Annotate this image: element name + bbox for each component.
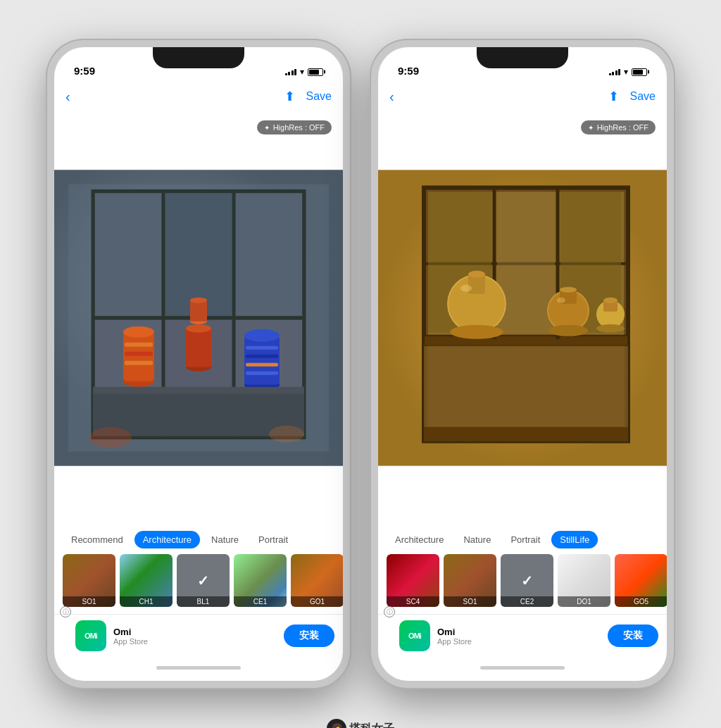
bottom-panel-right: Architecture Nature Portrait StillLife S… bbox=[378, 524, 667, 681]
sparkle-icon: ✦ bbox=[264, 124, 270, 132]
tab-portrait[interactable]: Portrait bbox=[250, 531, 296, 548]
style-thumbnails-right: SC4 SO1 CE2 DO1 bbox=[378, 554, 667, 614]
volume-down-button[interactable] bbox=[47, 163, 48, 188]
thumb-ce2[interactable]: CE2 bbox=[501, 554, 553, 607]
phone-left: 9:59 ▾ ‹ ⬆ bbox=[47, 40, 350, 688]
highres-text: HighRes : OFF bbox=[273, 123, 325, 132]
tab-portrait-r[interactable]: Portrait bbox=[502, 531, 548, 548]
svg-point-59 bbox=[548, 325, 588, 337]
back-button-right[interactable]: ‹ bbox=[389, 89, 410, 105]
battery-icon-r bbox=[632, 68, 647, 76]
svg-rect-29 bbox=[246, 346, 278, 350]
status-icons-left: ▾ bbox=[285, 67, 324, 77]
thumb-ch1[interactable]: CH1 bbox=[120, 554, 173, 607]
status-time-left: 9:59 bbox=[74, 65, 95, 77]
thumb-so1[interactable]: SO1 bbox=[63, 554, 115, 607]
svg-rect-48 bbox=[497, 192, 555, 333]
svg-point-35 bbox=[89, 427, 132, 448]
thumb-bl1[interactable]: BL1 bbox=[177, 554, 230, 607]
svg-rect-8 bbox=[95, 194, 161, 316]
thumb-label-go5: GO5 bbox=[615, 596, 667, 607]
volume-up-button-r[interactable] bbox=[371, 132, 372, 156]
thumb-do1[interactable]: DO1 bbox=[558, 554, 610, 607]
tab-nature[interactable]: Nature bbox=[203, 531, 247, 548]
svg-rect-27 bbox=[244, 336, 280, 385]
tab-recommend[interactable]: Recommend bbox=[63, 531, 132, 548]
thumb-label-sc4: SC4 bbox=[387, 596, 439, 607]
ad-icon-left: OMi bbox=[75, 620, 106, 651]
ad-banner-left: ⓘ OMi Omi App Store 安装 bbox=[54, 614, 343, 657]
nav-bar-right: ‹ ⬆ Save bbox=[378, 81, 667, 112]
svg-rect-42 bbox=[424, 336, 628, 346]
save-button-left[interactable]: Save bbox=[306, 90, 332, 103]
ad-text-left: Omi App Store bbox=[113, 627, 277, 646]
ad-subtitle-right: App Store bbox=[437, 637, 601, 646]
compare-btn-single-r[interactable] bbox=[625, 503, 639, 517]
ad-install-button-left[interactable]: 安装 bbox=[284, 625, 334, 647]
svg-rect-64 bbox=[424, 346, 628, 441]
ad-title-left: Omi bbox=[113, 627, 277, 637]
volume-up-button[interactable] bbox=[47, 132, 48, 156]
thumb-label-so1: SO1 bbox=[63, 596, 115, 607]
tab-architecture[interactable]: Architecture bbox=[134, 531, 200, 548]
volume-down-button-r[interactable] bbox=[371, 163, 372, 188]
svg-rect-31 bbox=[246, 363, 278, 367]
svg-point-25 bbox=[190, 298, 207, 303]
svg-rect-9 bbox=[165, 194, 232, 316]
thumb-label-go1: GO1 bbox=[291, 596, 343, 607]
highres-badge-left[interactable]: ✦ HighRes : OFF bbox=[257, 120, 332, 134]
save-button-right[interactable]: Save bbox=[630, 90, 656, 103]
tab-architecture-r[interactable]: Architecture bbox=[387, 531, 452, 548]
sparkle-icon-r: ✦ bbox=[588, 124, 594, 132]
thumb-so1-r[interactable]: SO1 bbox=[444, 554, 496, 607]
power-button[interactable] bbox=[349, 188, 350, 241]
thumb-label-so1-r: SO1 bbox=[444, 596, 496, 607]
phone-frame-left: 9:59 ▾ ‹ ⬆ bbox=[47, 40, 350, 688]
svg-point-53 bbox=[468, 271, 485, 278]
image-area-left: ✦ HighRes : OFF ai-art.tokyo bbox=[54, 112, 343, 524]
phone-screen-left: 9:59 ▾ ‹ ⬆ bbox=[54, 47, 343, 681]
thumb-go1[interactable]: GO1 bbox=[291, 554, 343, 607]
tab-stilllife[interactable]: StillLife bbox=[551, 531, 598, 548]
ad-title-right: Omi bbox=[437, 627, 601, 637]
phone-screen-right: 9:59 ▾ ‹ ⬆ bbox=[378, 47, 667, 681]
ad-info-icon[interactable]: ⓘ bbox=[60, 606, 71, 617]
nav-right-left: ⬆ Save bbox=[284, 89, 332, 104]
tab-nature-r[interactable]: Nature bbox=[455, 531, 499, 548]
thumb-go5[interactable]: GO5 bbox=[615, 554, 667, 607]
style-tabs-right: Architecture Nature Portrait StillLife bbox=[378, 524, 667, 554]
highres-badge-right[interactable]: ✦ HighRes : OFF bbox=[581, 120, 656, 134]
silent-switch[interactable] bbox=[47, 195, 48, 241]
wifi-icon-r: ▾ bbox=[624, 67, 628, 77]
svg-rect-18 bbox=[125, 352, 153, 356]
watermark: 👩 塔科女子 bbox=[327, 719, 394, 728]
svg-rect-30 bbox=[246, 355, 278, 358]
power-button-r[interactable] bbox=[673, 188, 674, 241]
compare-btn-single[interactable] bbox=[301, 503, 315, 517]
wifi-icon: ▾ bbox=[300, 67, 304, 77]
svg-rect-24 bbox=[190, 301, 207, 322]
svg-rect-19 bbox=[125, 361, 153, 365]
ad-install-button-right[interactable]: 安装 bbox=[608, 625, 658, 647]
back-button-left[interactable]: ‹ bbox=[65, 89, 87, 105]
silent-switch-r[interactable] bbox=[371, 195, 372, 241]
thumb-ce1[interactable]: CE1 bbox=[234, 554, 287, 607]
battery-icon bbox=[308, 68, 323, 76]
phone-right: 9:59 ▾ ‹ ⬆ bbox=[371, 40, 674, 688]
share-button-right[interactable]: ⬆ bbox=[608, 89, 619, 104]
phone-frame-right: 9:59 ▾ ‹ ⬆ bbox=[371, 40, 674, 688]
thumb-label-ch1: CH1 bbox=[120, 596, 173, 607]
ad-info-icon-r[interactable]: ⓘ bbox=[384, 606, 395, 617]
compare-toggle-left[interactable] bbox=[301, 503, 332, 517]
notch-right bbox=[477, 47, 568, 68]
share-button-left[interactable]: ⬆ bbox=[284, 89, 295, 104]
compare-btn-split-r[interactable] bbox=[641, 503, 656, 517]
thumb-sc4[interactable]: SC4 bbox=[387, 554, 439, 607]
signal-icon bbox=[285, 69, 297, 75]
signal-icon-r bbox=[609, 69, 621, 75]
image-area-right: ✦ HighRes : OFF ai-art.tokyo bbox=[378, 112, 667, 524]
svg-point-63 bbox=[596, 325, 625, 333]
style-thumbnails-left: SO1 CH1 BL1 CE1 bbox=[54, 554, 343, 614]
compare-btn-split[interactable] bbox=[318, 503, 332, 517]
compare-toggle-right[interactable] bbox=[625, 503, 656, 517]
